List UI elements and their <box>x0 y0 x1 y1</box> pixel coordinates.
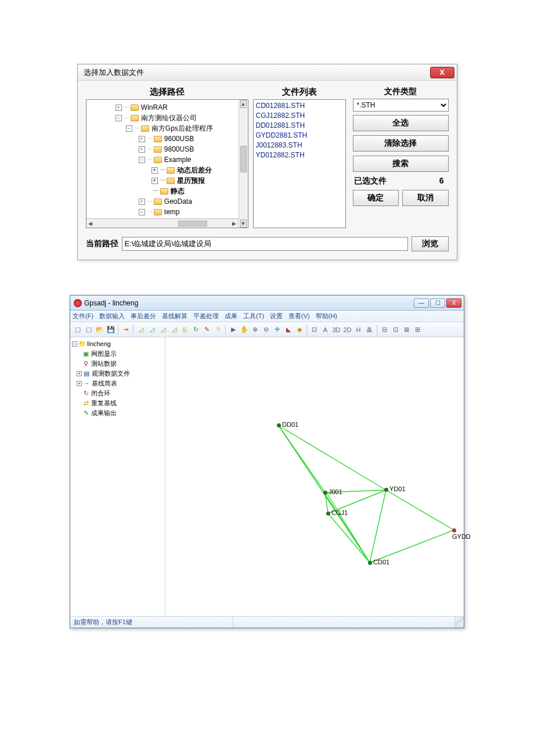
node-j001[interactable]: J001 <box>323 488 342 495</box>
maximize-button[interactable]: ☐ <box>430 298 445 308</box>
menu-item[interactable]: 平差处理 <box>193 312 219 321</box>
menu-item[interactable]: 文件(F) <box>73 312 93 321</box>
current-path-input[interactable] <box>122 237 408 251</box>
file-list[interactable]: CD012881.STH CGJ12882.STH DD012881.STH G… <box>253 99 346 228</box>
tree-node[interactable]: 静态 <box>171 186 185 196</box>
menu-item[interactable]: 工具(T) <box>243 312 264 321</box>
menu-item[interactable]: 数据输入 <box>99 312 125 321</box>
search-button[interactable]: 搜索 <box>353 156 449 172</box>
file-item[interactable]: CGJ12882.STH <box>256 111 343 121</box>
hscrollbar[interactable]: ◀▶ <box>86 218 239 228</box>
file-item[interactable]: GYDD2881.STH <box>256 131 343 141</box>
menu-item[interactable]: 查看(V) <box>288 312 310 321</box>
flag3-icon[interactable]: ◿ <box>158 325 168 334</box>
selected-count: 已选文件6 <box>353 176 449 186</box>
menu-item[interactable]: 设置 <box>270 312 283 321</box>
svg-line-11 <box>370 530 454 563</box>
tree-node[interactable]: GeoData <box>164 196 192 207</box>
tree-node[interactable]: 观测数据文件 <box>92 369 130 379</box>
extent-icon[interactable]: ⊡ <box>309 325 319 334</box>
layout1-icon[interactable]: ⊟ <box>380 325 389 334</box>
tree-node[interactable]: 成果输出 <box>91 408 117 418</box>
filetype-select[interactable]: *.STH <box>353 99 449 111</box>
node-cd01[interactable]: CD01 <box>368 559 389 566</box>
minimize-button[interactable]: — <box>414 298 429 308</box>
close-button[interactable]: X <box>430 67 454 78</box>
hand-icon[interactable]: ✋ <box>239 325 249 334</box>
network-canvas[interactable]: DD01 J001 YD01 CGJ1 GYDD CD01 <box>165 337 464 616</box>
mode-h-icon[interactable]: H <box>353 325 363 334</box>
menu-item[interactable]: 帮助(H) <box>316 312 337 321</box>
zoomin-icon[interactable]: ⊕ <box>250 325 260 334</box>
print-icon[interactable]: 🖶 <box>365 325 374 334</box>
tree-node[interactable]: 南方Gps后处理程序 <box>151 123 213 134</box>
tree-node[interactable]: 星历预报 <box>177 175 205 186</box>
layout4-icon[interactable]: ⊞ <box>413 325 423 334</box>
save-icon[interactable]: 💾 <box>106 325 116 334</box>
tree-node[interactable]: 9800USB <box>164 144 194 154</box>
gpsadj-window: Gpsadj - lincheng — ☐ X 文件(F) 数据输入 事后差分 … <box>70 295 464 628</box>
browse-button[interactable]: 浏览 <box>412 236 449 251</box>
new-icon[interactable]: ▢ <box>73 325 82 334</box>
zoomout-icon[interactable]: ⊖ <box>261 325 271 334</box>
select-all-button[interactable]: 全选 <box>353 115 449 131</box>
flag1-icon[interactable]: ◿ <box>136 325 146 334</box>
layout2-icon[interactable]: ⊡ <box>391 325 400 334</box>
resize-grip-icon[interactable] <box>454 617 464 628</box>
flag4-icon[interactable]: ◿ <box>169 325 179 334</box>
refresh-icon[interactable]: ↻ <box>191 325 201 334</box>
close-button[interactable]: X <box>446 298 461 308</box>
filelist-header: 文件列表 <box>253 87 346 98</box>
copy-icon[interactable]: ⎘ <box>180 325 190 334</box>
measure-icon[interactable]: ◆ <box>294 325 304 334</box>
pointer-icon[interactable]: ▶ <box>228 325 238 334</box>
tree-node[interactable]: WinRAR <box>141 102 168 113</box>
menu-item[interactable]: 事后差分 <box>131 312 156 321</box>
node-yd01[interactable]: YD01 <box>384 485 406 492</box>
file-item[interactable]: DD012881.STH <box>256 121 343 131</box>
tree-node[interactable]: Example <box>164 154 192 165</box>
node-dd01[interactable]: DD01 <box>277 421 298 428</box>
folder-tree[interactable]: +···WinRAR −···南方测绘仪器公司 −···南方Gps后处理程序 +… <box>86 99 248 228</box>
tree-node[interactable]: 闭合环 <box>91 388 110 398</box>
node-cgj1[interactable]: CGJ1 <box>326 509 348 516</box>
svg-line-10 <box>386 490 454 530</box>
vscrollbar[interactable]: ▲▼ <box>239 100 248 228</box>
filetype-label: 文件类型 <box>353 87 449 97</box>
node-gydd[interactable]: GYDD <box>452 526 471 540</box>
tree-root[interactable]: lincheng <box>87 339 111 349</box>
network-graph <box>165 337 464 616</box>
menu-item[interactable]: 基线解算 <box>162 312 187 321</box>
tree-node[interactable]: 基线简表 <box>92 379 117 388</box>
target-icon[interactable]: ✛ <box>272 325 282 334</box>
file-item[interactable]: J0012883.STH <box>256 141 343 150</box>
export-icon[interactable]: ⇥ <box>121 325 131 334</box>
tree-node[interactable]: 测站数据 <box>91 359 117 369</box>
file-item[interactable]: YD012882.STH <box>256 150 343 160</box>
layout3-icon[interactable]: ⊠ <box>402 325 412 334</box>
tree-node[interactable]: 南方测绘仪器公司 <box>141 113 197 123</box>
svg-line-1 <box>279 426 386 490</box>
tree-node[interactable]: 动态后差分 <box>177 165 212 175</box>
file-item[interactable]: CD012881.STH <box>256 101 343 111</box>
cancel-button[interactable]: 取消 <box>402 190 449 206</box>
ok-button[interactable]: 确定 <box>353 190 399 206</box>
tree-node[interactable]: 重复基线 <box>91 398 117 408</box>
mode-3d-icon[interactable]: 3D <box>331 325 341 334</box>
toolbar: ▢ ▢ 📂 💾 ⇥ ◿ ◿ ◿ ◿ ⎘ ↻ ✎ ? ▶ ✋ ⊕ ⊖ ✛ ◣ ◆ … <box>70 322 464 337</box>
open-icon[interactable]: 📂 <box>95 325 104 334</box>
eraser-icon[interactable]: ◣ <box>283 325 293 334</box>
flag2-icon[interactable]: ◿ <box>147 325 157 334</box>
help-icon[interactable]: ? <box>213 325 223 334</box>
window-titlebar: Gpsadj - lincheng — ☐ X <box>70 296 464 311</box>
tree-node[interactable]: 9600USB <box>164 134 194 144</box>
clear-selection-button[interactable]: 清除选择 <box>353 135 449 152</box>
new2-icon[interactable]: ▢ <box>84 325 93 334</box>
tree-node[interactable]: temp <box>164 207 180 217</box>
mode-a-icon[interactable]: A <box>320 325 330 334</box>
tree-node[interactable]: 网图显示 <box>91 349 117 359</box>
mode-2d-icon[interactable]: 2D <box>342 325 352 334</box>
menu-item[interactable]: 成果 <box>225 312 237 321</box>
project-tree[interactable]: −📁lincheng ▣网图显示 ⚲测站数据 +▤观测数据文件 +→基线简表 ↻… <box>70 337 165 616</box>
pencil-icon[interactable]: ✎ <box>202 325 212 334</box>
